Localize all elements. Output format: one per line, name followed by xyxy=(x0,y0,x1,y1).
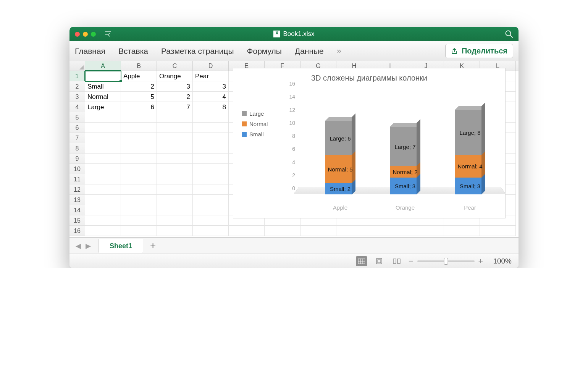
cell[interactable] xyxy=(121,195,157,205)
cell[interactable] xyxy=(85,133,121,143)
row-header[interactable]: 7 xyxy=(69,133,85,143)
cell[interactable] xyxy=(85,123,121,133)
cell[interactable] xyxy=(121,112,157,123)
cell[interactable] xyxy=(193,143,229,154)
sheet-nav-prev[interactable]: ◀ xyxy=(73,242,83,250)
cell[interactable] xyxy=(85,184,121,195)
cell[interactable] xyxy=(157,164,193,174)
embedded-chart[interactable]: 3D сложены диаграммы колонки LargeNormal… xyxy=(233,68,506,218)
cell[interactable]: Pear xyxy=(193,71,229,81)
cell[interactable]: Large xyxy=(85,102,121,112)
row-header[interactable]: 11 xyxy=(69,174,85,184)
cell[interactable] xyxy=(193,164,229,174)
cell[interactable]: 3 xyxy=(193,81,229,92)
cell[interactable] xyxy=(85,154,121,164)
cell[interactable] xyxy=(121,215,157,226)
row-header[interactable]: 2 xyxy=(69,81,85,92)
cell[interactable] xyxy=(229,226,265,236)
cell[interactable] xyxy=(121,154,157,164)
row-header[interactable]: 16 xyxy=(69,226,85,236)
cell[interactable] xyxy=(85,143,121,154)
ribbon-tab-insert[interactable]: Вставка xyxy=(118,47,148,56)
cell[interactable] xyxy=(193,133,229,143)
view-normal-button[interactable] xyxy=(356,256,367,266)
cell[interactable] xyxy=(193,154,229,164)
column-header[interactable]: C xyxy=(157,61,193,71)
cell[interactable] xyxy=(85,164,121,174)
row-header[interactable]: 1 xyxy=(69,71,85,81)
cell[interactable] xyxy=(121,164,157,174)
cell[interactable] xyxy=(157,195,193,205)
cell[interactable] xyxy=(193,215,229,226)
cell[interactable] xyxy=(85,205,121,215)
cell[interactable]: 7 xyxy=(157,102,193,112)
cell[interactable]: 5 xyxy=(121,92,157,102)
cell[interactable]: Apple xyxy=(121,71,157,81)
row-header[interactable]: 6 xyxy=(69,123,85,133)
view-page-break-button[interactable] xyxy=(391,256,402,266)
share-button[interactable]: Поделиться xyxy=(445,44,513,58)
cell[interactable] xyxy=(157,133,193,143)
column-header[interactable]: A xyxy=(85,61,121,71)
cell[interactable] xyxy=(193,184,229,195)
cell[interactable] xyxy=(121,123,157,133)
cell[interactable] xyxy=(157,154,193,164)
row-header[interactable]: 3 xyxy=(69,92,85,102)
cell[interactable]: Small xyxy=(85,81,121,92)
cell[interactable] xyxy=(157,205,193,215)
cell[interactable] xyxy=(121,205,157,215)
cell[interactable] xyxy=(193,112,229,123)
cell[interactable] xyxy=(85,71,121,81)
cell[interactable] xyxy=(157,123,193,133)
cell[interactable] xyxy=(121,133,157,143)
row-header[interactable]: 13 xyxy=(69,195,85,205)
cell[interactable] xyxy=(121,143,157,154)
cell[interactable] xyxy=(85,226,121,236)
cell[interactable] xyxy=(121,184,157,195)
cell[interactable]: 8 xyxy=(193,102,229,112)
row-header[interactable]: 10 xyxy=(69,164,85,174)
minimize-window-button[interactable] xyxy=(83,32,88,37)
zoom-thumb[interactable] xyxy=(444,258,448,265)
cell[interactable]: 4 xyxy=(193,92,229,102)
cell[interactable] xyxy=(157,215,193,226)
cell[interactable] xyxy=(85,215,121,226)
select-all-corner[interactable] xyxy=(69,61,85,71)
cell[interactable]: 2 xyxy=(121,81,157,92)
cell[interactable] xyxy=(121,226,157,236)
cell[interactable] xyxy=(300,226,336,236)
close-window-button[interactable] xyxy=(75,32,80,37)
row-header[interactable]: 14 xyxy=(69,205,85,215)
cell[interactable] xyxy=(480,226,516,236)
ribbon-more-tabs[interactable]: » xyxy=(337,46,341,56)
ribbon-tab-home[interactable]: Главная xyxy=(75,47,105,56)
cell[interactable] xyxy=(193,123,229,133)
spreadsheet-grid[interactable]: ABCDEFGHIJKL 1AppleOrangePear2Small2333N… xyxy=(69,61,519,238)
add-sheet-button[interactable]: + xyxy=(150,240,156,252)
row-header[interactable]: 15 xyxy=(69,215,85,226)
row-header[interactable]: 9 xyxy=(69,154,85,164)
view-page-layout-button[interactable] xyxy=(373,256,385,266)
cell[interactable] xyxy=(193,195,229,205)
zoom-window-button[interactable] xyxy=(91,32,96,37)
cell[interactable] xyxy=(157,174,193,184)
cell[interactable] xyxy=(157,184,193,195)
column-header[interactable]: B xyxy=(121,61,157,71)
cell[interactable] xyxy=(372,226,408,236)
zoom-slider[interactable] xyxy=(417,260,475,262)
ribbon-tab-data[interactable]: Данные xyxy=(295,47,324,56)
cell[interactable] xyxy=(193,205,229,215)
cell[interactable] xyxy=(336,226,372,236)
column-header[interactable]: D xyxy=(193,61,229,71)
cell[interactable] xyxy=(85,195,121,205)
cell[interactable] xyxy=(157,112,193,123)
cell[interactable] xyxy=(85,112,121,123)
search-icon[interactable] xyxy=(505,30,513,38)
row-header[interactable]: 5 xyxy=(69,112,85,123)
cell[interactable] xyxy=(157,226,193,236)
row-header[interactable]: 8 xyxy=(69,143,85,154)
ribbon-tab-layout[interactable]: Разметка страницы xyxy=(161,47,234,56)
quick-access-customize[interactable] xyxy=(105,31,111,37)
sheet-nav-next[interactable]: ▶ xyxy=(83,242,93,250)
cell[interactable] xyxy=(121,174,157,184)
